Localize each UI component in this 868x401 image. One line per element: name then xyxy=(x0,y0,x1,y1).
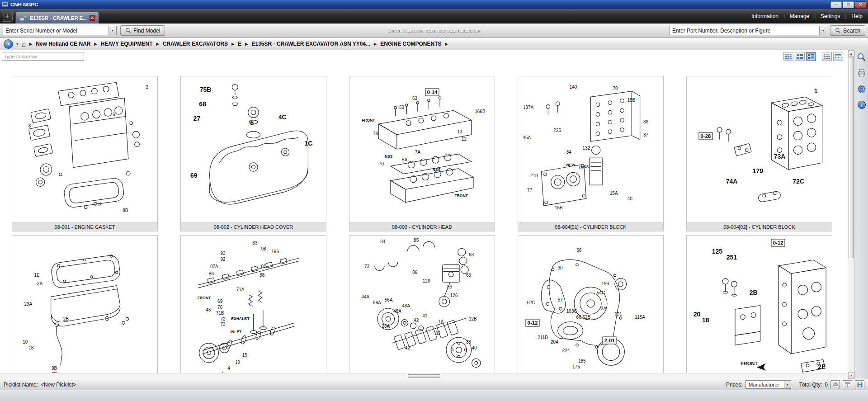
vertical-scrollbar[interactable]: ▲ ▼ xyxy=(848,50,854,379)
part-search-input[interactable] xyxy=(670,26,819,35)
part-figure-card[interactable]: 140137A7015B363745A22534132VIEWNSS218771… xyxy=(518,76,664,231)
scroll-down-button[interactable]: ▼ xyxy=(848,372,854,379)
globe-icon[interactable] xyxy=(857,85,866,94)
figure-caption: 08-001 - ENGINE GASKET xyxy=(12,222,157,231)
view-grid-details-button[interactable] xyxy=(806,52,816,61)
figure-callout: 140 xyxy=(570,84,577,89)
figure-callout: 1E xyxy=(34,272,39,277)
maximize-button[interactable]: □ xyxy=(843,1,854,8)
figure-callout: 77 xyxy=(527,188,532,193)
figure-callout: 1A xyxy=(438,319,443,324)
picklist-label: Picklist Name: xyxy=(4,382,38,388)
print-button[interactable] xyxy=(830,380,840,389)
part-figure-card[interactable]: 286128B08-001 - ENGINE GASKET xyxy=(12,76,158,231)
main-toolbar: ▼ Find Model Serial Number filtering not… xyxy=(0,24,868,38)
figure-callout: INLET xyxy=(231,330,242,334)
breadcrumb-item[interactable]: ENGINE COMPONENTS xyxy=(380,41,441,47)
prices-label: Prices: xyxy=(726,382,743,388)
figure-callout: 59A xyxy=(373,300,381,305)
figure-callout: 68 xyxy=(469,252,474,257)
view-table-button[interactable] xyxy=(833,52,843,61)
figure-callout: 86 xyxy=(412,269,417,274)
total-qty-label: Total Qty: xyxy=(799,382,822,388)
content-area: 286128B08-001 - ENGINE GASKET75B682754C1… xyxy=(0,50,868,379)
part-figure-card[interactable]: 75B682754C1C6908-002 - CYLINDER HEAD COV… xyxy=(180,76,326,231)
part-figure-card[interactable]: 0-146353166B1312FRONT787A5ANSS70NSSFRONT… xyxy=(349,76,495,231)
figure-drawing: 75B682754C1C69 xyxy=(181,76,326,222)
breadcrumb-separator-icon: ▶ xyxy=(94,42,97,46)
figure-caption: 08-004[01] - CYLINDER BLOCK xyxy=(518,222,663,231)
hscroll-thumb[interactable] xyxy=(408,374,440,378)
horizontal-scrollbar[interactable] xyxy=(0,373,848,379)
figure-callout: 166B xyxy=(475,109,485,114)
info-icon[interactable]: i xyxy=(857,100,866,109)
view-list-button[interactable] xyxy=(822,52,832,61)
figure-callout: 78 xyxy=(373,131,378,136)
figure-callout: 132 xyxy=(583,145,590,150)
save-button[interactable] xyxy=(855,380,864,389)
menu-item-information[interactable]: Information xyxy=(751,13,778,19)
figure-callout: 48A xyxy=(402,303,410,308)
minimize-button[interactable]: ─ xyxy=(830,1,842,8)
part-figure-card[interactable]: 83939287A8698196818871AFRONT697071B7273E… xyxy=(180,235,326,379)
figure-drawing: 83939287A8698196818871AFRONT697071B7273E… xyxy=(181,236,326,379)
figure-callout: 93 xyxy=(221,250,226,255)
scroll-thumb[interactable] xyxy=(849,57,854,258)
serial-dropdown-button[interactable]: ▼ xyxy=(108,26,116,35)
part-figure-card[interactable]: 8485686373861268312644A59A56A48A48A28A41… xyxy=(349,235,495,379)
breadcrumb-item[interactable]: New Holland CE NAR xyxy=(36,41,90,47)
menu-item-help[interactable]: Help xyxy=(851,13,863,19)
figure-callout: 42 xyxy=(414,317,419,322)
home-icon[interactable]: ⌂ xyxy=(22,41,26,47)
part-figure-card[interactable]: 0-121252512B2018FRONT2F xyxy=(686,235,832,379)
search-button[interactable]: Search xyxy=(830,25,865,36)
panels-button[interactable] xyxy=(843,380,852,389)
zoom-icon[interactable] xyxy=(857,52,866,62)
history-dropdown-caret[interactable]: ▼ xyxy=(16,42,19,46)
part-search-dropdown-button[interactable]: ▼ xyxy=(819,26,827,35)
tab-close-icon[interactable]: ✕ xyxy=(90,15,95,21)
part-figure-card[interactable]: 1E3A23A2B10189B8B xyxy=(12,235,158,379)
breadcrumb-item[interactable]: E135SR - CRAWLER EXCAVATOR ASN YY04... xyxy=(252,41,371,47)
part-search-combo: ▼ xyxy=(670,26,827,35)
figure-callout: 20 xyxy=(693,311,701,318)
part-figure-card[interactable]: 563018954C62C57103C60,62B2A251115A0-1221… xyxy=(518,235,664,379)
figure-callout: 10 xyxy=(235,360,240,365)
figure-callout: 8B xyxy=(123,208,128,213)
view-grid-small-button[interactable] xyxy=(795,52,805,61)
prices-dropdown-button[interactable]: ▼ xyxy=(784,381,791,388)
figure-callout: 137A xyxy=(523,104,533,109)
breadcrumb-item[interactable]: HEAVY EQUIPMENT xyxy=(101,41,153,47)
figure-callout: 71A xyxy=(236,287,245,292)
figure-callout: 23A xyxy=(24,302,32,307)
menu-item-manage[interactable]: Manage xyxy=(790,13,809,19)
figure-callout: 10 xyxy=(23,340,28,344)
close-button[interactable]: ✕ xyxy=(855,1,866,8)
figure-callout: 2 xyxy=(146,84,149,89)
prices-select[interactable]: Manufacturer ▼ xyxy=(745,380,791,389)
figure-callout: 18 xyxy=(702,316,709,324)
figure-callout: 189 xyxy=(601,281,609,286)
scroll-up-button[interactable]: ▲ xyxy=(848,50,854,57)
part-figure-card[interactable]: 10-2873A17974A72C08-004[02] - CYLINDER B… xyxy=(686,76,832,231)
find-model-button[interactable]: Find Model xyxy=(120,25,165,36)
tab-e135sr[interactable]: E135SR - CRAWLER E... ✕ xyxy=(15,12,99,24)
figure-callout: 73 xyxy=(364,264,369,269)
breadcrumb-item[interactable]: E xyxy=(238,41,241,47)
figure-callout: 103C xyxy=(566,309,577,314)
figure-callout: 72 xyxy=(221,316,226,321)
printer-icon[interactable] xyxy=(857,69,866,78)
side-tool-strip: i xyxy=(854,50,868,379)
menu-item-settings[interactable]: Settings xyxy=(821,13,840,19)
new-tab-button[interactable]: + xyxy=(2,11,13,22)
back-button[interactable] xyxy=(4,39,13,49)
figure-caption: 08-003 - CYLINDER HEAD xyxy=(349,222,495,231)
serial-input[interactable] xyxy=(3,26,108,35)
magnifier-icon xyxy=(125,28,131,33)
breadcrumb-item[interactable]: CRAWLER EXCAVATORS xyxy=(163,41,228,47)
figure-drawing: 563018954C62C57103C60,62B2A251115A0-1221… xyxy=(518,236,663,379)
view-grid-large-button[interactable] xyxy=(783,52,793,61)
figure-callout: 15 xyxy=(242,353,247,358)
narrow-filter-input[interactable] xyxy=(2,52,84,61)
app-icon xyxy=(2,1,8,8)
